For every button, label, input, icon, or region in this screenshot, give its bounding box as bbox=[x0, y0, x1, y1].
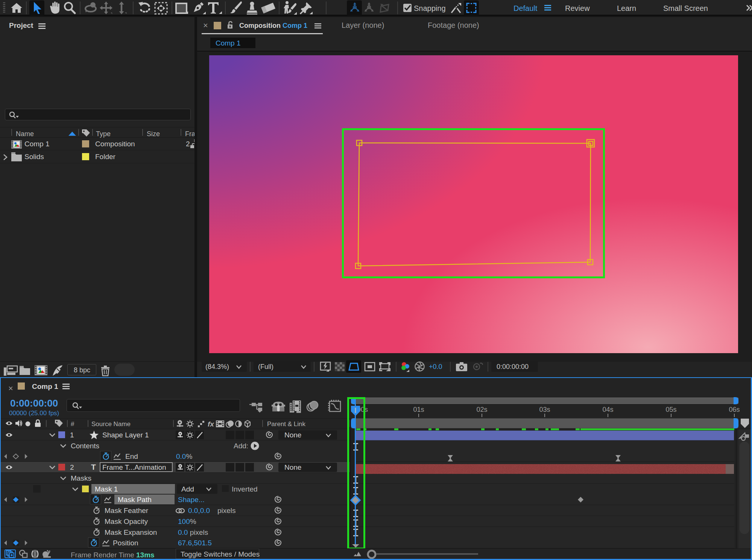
svg-text:fx: fx bbox=[208, 420, 214, 428]
